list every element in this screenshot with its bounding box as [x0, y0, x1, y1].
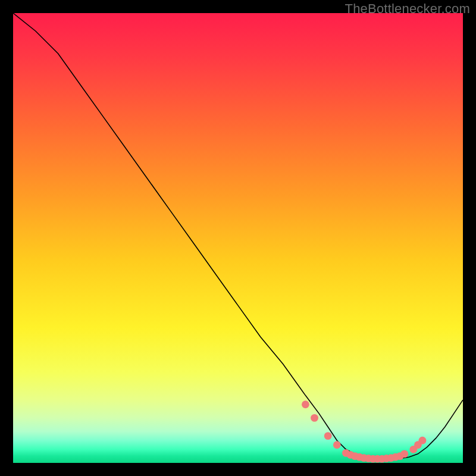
chart-stage: TheBottlenecker.com [0, 0, 476, 476]
chart-background [13, 13, 463, 463]
marker-dot [324, 432, 332, 440]
marker-dot [302, 400, 309, 408]
marker-dot [419, 437, 427, 444]
bottleneck-chart [13, 13, 463, 463]
marker-dot [400, 450, 408, 458]
marker-dot [311, 414, 318, 422]
marker-dot [333, 441, 341, 449]
